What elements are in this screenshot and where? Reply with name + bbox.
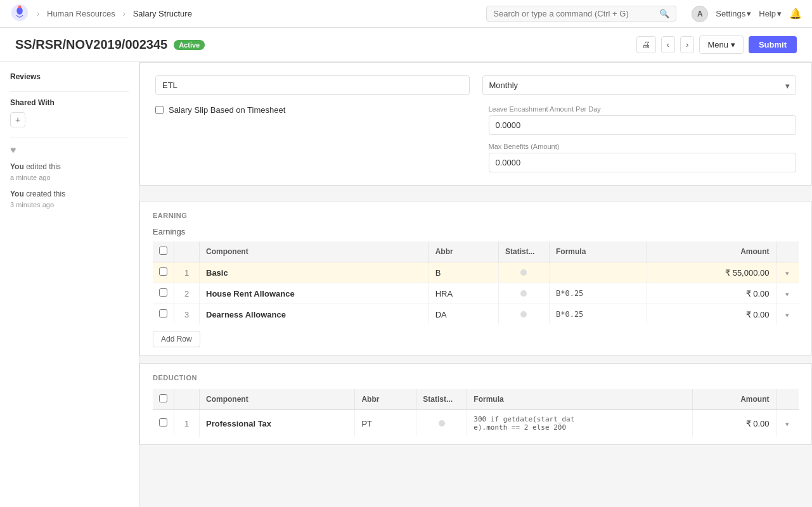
top-nav-actions: A Settings ▾ Help ▾ 🔔 (692, 6, 802, 22)
breadcrumb-hr[interactable]: Human Resources (47, 9, 115, 18)
th-formula-deduction: Formula (467, 389, 693, 410)
company-input[interactable] (155, 75, 470, 95)
max-benefits-input[interactable] (489, 153, 797, 172)
deduction-row-1: 1 Professional Tax PT 300 if getdate(sta… (153, 410, 799, 437)
search-box[interactable]: 🔍 (486, 6, 676, 22)
sidebar-divider-2 (10, 138, 129, 138)
max-benefits-label: Max Benefits (Amount) (489, 143, 797, 150)
row2-dropdown-icon[interactable]: ▾ (785, 290, 789, 298)
td-formula-1[interactable] (549, 262, 647, 283)
earning-section: EARNING Earnings Component Abbr Statist.… (139, 201, 812, 356)
td-check-2[interactable] (153, 283, 174, 304)
select-all-deduction-checkbox[interactable] (159, 394, 167, 402)
td-ded-abbr-1[interactable]: PT (355, 410, 416, 437)
td-component-3[interactable]: Dearness Allowance (200, 304, 429, 325)
breadcrumb-sep-1: › (37, 10, 39, 18)
td-actions-2[interactable]: ▾ (776, 283, 799, 304)
td-actions-3[interactable]: ▾ (776, 304, 799, 325)
deduction-heading: DEDUCTION (153, 374, 799, 382)
separator-2 (139, 356, 812, 363)
activity-created: You created this 3 minutes ago (10, 188, 129, 210)
th-stat-deduction: Statist... (416, 389, 467, 410)
td-check-1[interactable] (153, 262, 174, 283)
notification-bell[interactable]: 🔔 (789, 8, 802, 20)
row2-checkbox[interactable] (159, 288, 167, 297)
td-abbr-3[interactable]: DA (429, 304, 498, 325)
print-button[interactable]: 🖨 (636, 36, 656, 53)
add-shared-button[interactable]: + (10, 112, 25, 127)
breadcrumb-salary-structure[interactable]: Salary Structure (133, 9, 192, 18)
td-component-2[interactable]: House Rent Allowance (200, 283, 429, 304)
help-link[interactable]: Help ▾ (759, 9, 782, 18)
sidebar-reviews-section: Reviews (10, 72, 129, 81)
menu-button[interactable]: Menu▾ (699, 35, 744, 54)
td-ded-actions-1[interactable]: ▾ (776, 410, 799, 437)
stat-dot-3 (520, 311, 527, 318)
right-fields: Leave Encashment Amount Per Day Max Bene… (489, 105, 797, 172)
payroll-frequency-select[interactable]: Monthly Weekly Fortnightly Bimonthly Dai… (482, 75, 797, 95)
timesheet-label: Salary Slip Based on Timesheet (169, 105, 285, 115)
timesheet-row: Salary Slip Based on Timesheet (155, 105, 463, 115)
ded-row1-dropdown-icon[interactable]: ▾ (785, 420, 789, 428)
form-row-top: Monthly Weekly Fortnightly Bimonthly Dai… (155, 75, 796, 95)
leave-encashment-field: Leave Encashment Amount Per Day (489, 105, 797, 135)
td-amount-1: ₹ 55,000.00 (647, 262, 776, 283)
th-amount-earning: Amount (647, 241, 776, 262)
td-check-3[interactable] (153, 304, 174, 325)
separator-1 (139, 186, 812, 193)
th-check-deduction[interactable] (153, 389, 174, 410)
form-section: Monthly Weekly Fortnightly Bimonthly Dai… (139, 62, 812, 186)
activity-edited: You edited this a minute ago (10, 161, 129, 183)
th-component-deduction: Component (200, 389, 355, 410)
next-button[interactable]: › (680, 36, 694, 53)
prev-button[interactable]: ‹ (661, 36, 675, 53)
sidebar-divider-1 (10, 91, 129, 92)
header-actions: 🖨 ‹ › Menu▾ Submit (636, 35, 797, 54)
td-ded-formula-1[interactable]: 300 if getdate(start_date).month == 2 el… (467, 410, 693, 437)
td-component-1[interactable]: Basic (200, 262, 429, 283)
leave-encashment-label: Leave Encashment Amount Per Day (489, 105, 797, 113)
search-input[interactable] (493, 9, 655, 18)
search-icon: 🔍 (659, 9, 669, 18)
leave-encashment-input[interactable] (489, 115, 797, 135)
td-formula-2[interactable]: B*0.25 (549, 283, 647, 304)
td-formula-3[interactable]: B*0.25 (549, 304, 647, 325)
max-benefits-field: Max Benefits (Amount) (489, 143, 797, 172)
submit-button[interactable]: Submit (749, 36, 797, 53)
stat-dot-1 (520, 269, 527, 276)
th-num-deduction (174, 389, 200, 410)
stat-dot-2 (520, 290, 527, 297)
user-avatar[interactable]: A (692, 6, 708, 22)
td-ded-stat-1 (416, 410, 467, 437)
sidebar-reviews-item[interactable]: Reviews (10, 72, 129, 81)
document-title-area: SS/RSR/NOV2019/002345 Active (15, 37, 205, 52)
select-all-earning-checkbox[interactable] (159, 247, 167, 255)
th-component-earning: Component (200, 241, 429, 262)
td-num-1: 1 (174, 262, 200, 283)
breadcrumb-sep-2: › (123, 10, 126, 18)
td-ded-check-1[interactable] (153, 410, 174, 437)
td-abbr-1[interactable]: B (429, 262, 498, 283)
timesheet-checkbox[interactable] (155, 106, 164, 114)
stat-dot-ded-1 (439, 420, 445, 427)
td-ded-num-1: 1 (174, 410, 200, 437)
ded-row1-checkbox[interactable] (159, 418, 167, 427)
row1-dropdown-icon[interactable]: ▾ (785, 269, 789, 277)
td-stat-1 (498, 262, 549, 283)
td-abbr-2[interactable]: HRA (429, 283, 498, 304)
row3-dropdown-icon[interactable]: ▾ (785, 311, 789, 319)
add-row-earning-button[interactable]: Add Row (153, 331, 200, 347)
td-amount-2: ₹ 0.00 (647, 283, 776, 304)
timesheet-area: Salary Slip Based on Timesheet (155, 105, 463, 172)
settings-link[interactable]: Settings ▾ (716, 9, 751, 18)
th-check-earning[interactable] (153, 241, 174, 262)
sidebar: Reviews Shared With + ♥ You edited this … (0, 62, 139, 507)
row1-checkbox[interactable] (159, 267, 167, 276)
th-abbr-deduction: Abbr (355, 389, 416, 410)
td-ded-component-1[interactable]: Professional Tax (200, 410, 355, 437)
sidebar-shared-item[interactable]: Shared With (10, 98, 129, 107)
th-formula-earning: Formula (549, 241, 647, 262)
row3-checkbox[interactable] (159, 309, 167, 318)
th-stat-earning: Statist... (498, 241, 549, 262)
td-actions-1[interactable]: ▾ (776, 262, 799, 283)
